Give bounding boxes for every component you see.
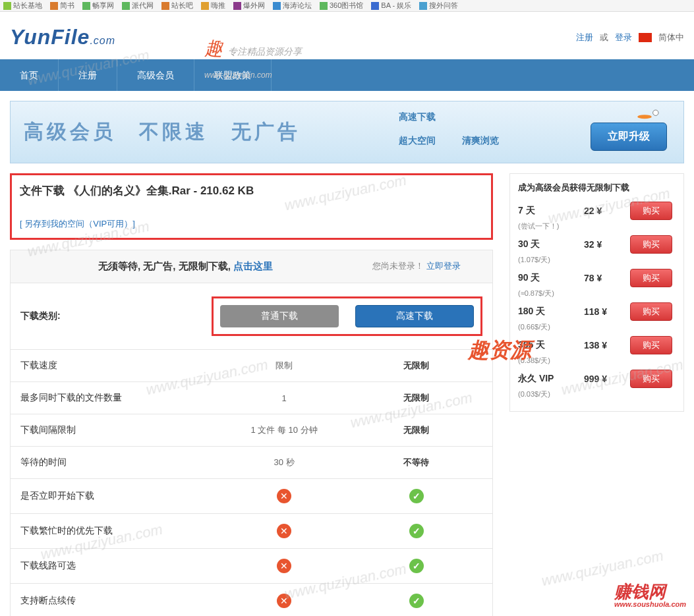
not-logged-text: 您尚未登录！ [372,261,424,271]
login-link[interactable]: 登录 [615,32,632,43]
bookmark-item[interactable]: 简书 [50,1,74,10]
compare-row: 是否立即开始下载 ✕ ✓ [11,479,492,514]
buy-button[interactable]: 购买 [630,235,672,254]
upgrade-button[interactable]: 立即升级 [591,123,667,151]
flag-icon[interactable] [639,33,652,42]
buy-button[interactable]: 购买 [630,336,672,354]
row-label: 最多同时下载的文件数量 [20,392,218,404]
bookmark-item[interactable]: 站长吧 [161,1,193,10]
bookmark-item[interactable]: 站长基地 [3,1,42,10]
bookmark-bar: 站长基地简书畅享网派代网站长吧嗨推爆外网海涛论坛360图书馆BA - 娱乐搜外问… [0,0,694,12]
normal-value: 1 文件 每 10 分钟 [218,424,350,436]
row-label: 下载线路可选 [20,560,218,572]
file-info-box: 文件下载 《人们的名义》全集.Rar - 210.62 KB [ 另存到我的空间… [10,173,493,240]
bookmark-icon [3,2,11,10]
normal-value: 1 [218,393,350,403]
feature-fast[interactable]: 高速下载 [399,111,436,123]
bookmark-item[interactable]: 畅享网 [82,1,114,10]
vip-plan-row: 7 天 22 ¥ 购买 [518,202,676,220]
vip-plan-row: 永久 VIP 999 ¥ 购买 [518,370,676,388]
logo-ext: .com [90,35,115,46]
bookmark-icon [320,2,328,10]
nav-item[interactable]: 高级会员 [117,59,194,91]
bookmark-item[interactable]: 海涛论坛 [273,1,312,10]
header-right: 注册 或 登录 简体中 [576,32,684,43]
feature-space[interactable]: 超大空间 [399,135,436,147]
compare-row: 下载线路可选 ✕ ✓ [11,549,492,584]
login-now-link[interactable]: 立即登录 [426,261,461,271]
normal-download-button[interactable]: 普通下载 [220,305,339,327]
bookmark-icon [122,2,130,10]
normal-value: 30 秒 [218,457,350,468]
bookmark-item[interactable]: 爆外网 [233,1,265,10]
cross-icon: ✕ [277,489,291,503]
buy-button[interactable]: 购买 [630,269,672,287]
plan-period: 7 天 [518,205,584,217]
compare-row: 下载间隔限制 1 文件 每 10 分钟 无限制 [11,414,492,447]
bookmark-icon [419,2,427,10]
check-icon: ✓ [409,559,424,573]
bookmark-item[interactable]: 搜外问答 [419,1,458,10]
lang-label[interactable]: 简体中 [658,32,684,43]
compare-row: 等待的时间 30 秒 不等待 [11,447,492,479]
download-buttons-highlight: 普通下载 高速下载 [212,296,482,336]
plan-period: 30 天 [518,238,584,250]
buy-button[interactable]: 购买 [630,370,672,388]
vip-plan-row: 365 天 138 ¥ 购买 [518,336,676,354]
normal-value: 限制 [218,360,350,372]
vip-plan-row: 30 天 32 ¥ 购买 [518,235,676,254]
check-icon: ✓ [409,489,424,503]
buy-button[interactable]: 购买 [630,202,672,220]
compare-row: 下载速度 限制 无限制 [11,350,492,382]
nav-item[interactable]: 注册 [59,59,117,91]
row-label: 支持断点续传 [20,595,218,607]
bookmark-icon [233,2,241,10]
bookmark-icon [82,2,90,10]
nav-item[interactable]: 联盟政策 [194,59,272,91]
bookmark-icon [161,2,169,10]
svg-point-1 [637,115,652,119]
earn-money-logo: 赚钱网www.soushuola.com [614,580,686,608]
register-link[interactable]: 注册 [576,32,593,43]
file-title: 文件下载 《人们的名义》全集.Rar - 210.62 KB [20,183,483,198]
row-label: 下载速度 [20,360,218,372]
nav-item[interactable]: 首页 [0,59,59,91]
rabbit-carrot-icon [632,108,665,120]
download-category-row: 下载类别: 普通下载 高速下载 [11,283,492,350]
logo-main: YunFile [10,25,90,49]
row-label: 等待的时间 [20,457,218,468]
compare-header: 无须等待, 无广告, 无限制下载, 点击这里 您尚未登录！ 立即登录 [11,250,492,283]
buy-button[interactable]: 购买 [630,302,672,321]
vip-pricing-box: 成为高级会员获得无限制下载 7 天 22 ¥ 购买(尝试一下！)30 天 32 … [509,173,684,412]
plan-subtext: (0.03$/天) [518,389,676,399]
download-compare-box: 无须等待, 无广告, 无限制下载, 点击这里 您尚未登录！ 立即登录 下载类别:… [10,250,493,616]
header: YunFile.com 注册 或 登录 简体中 [0,12,694,59]
fast-download-button[interactable]: 高速下载 [355,305,474,327]
head-text: 无须等待, 无广告, 无限制下载, [98,260,233,271]
cross-icon: ✕ [277,559,291,573]
click-here-link[interactable]: 点击这里 [233,260,273,271]
site-logo[interactable]: YunFile.com [10,25,115,49]
svg-point-0 [653,110,658,115]
bookmark-icon [201,2,209,10]
save-to-space-link[interactable]: [ 另存到我的空间（VIP可用）] [20,218,483,230]
or-text: 或 [600,32,608,43]
compare-row: 下载繁忙时的优先下载 ✕ ✓ [11,514,492,549]
bookmark-item[interactable]: BA - 娱乐 [371,1,411,10]
plan-period: 90 天 [518,272,584,284]
bookmark-item[interactable]: 嗨推 [201,1,225,10]
feature-clean[interactable]: 清爽浏览 [462,135,499,147]
compare-row: 最多同时下载的文件数量 1 无限制 [11,382,492,414]
plan-price: 138 ¥ [584,340,630,350]
bookmark-item[interactable]: 360图书馆 [320,1,363,10]
category-label: 下载类别: [20,310,218,322]
plan-period: 永久 VIP [518,373,584,385]
promo-banner: 高级会员 不限速 无广告 高速下载 超大空间 清爽浏览 立即升级 [10,101,684,163]
bookmark-icon [371,2,379,10]
plan-subtext: (0.66$/天) [518,322,676,332]
row-label: 下载间隔限制 [20,424,218,436]
plan-price: 78 ¥ [584,273,630,283]
plan-price: 118 ¥ [584,306,630,317]
bookmark-item[interactable]: 派代网 [122,1,154,10]
check-icon: ✓ [409,594,424,608]
